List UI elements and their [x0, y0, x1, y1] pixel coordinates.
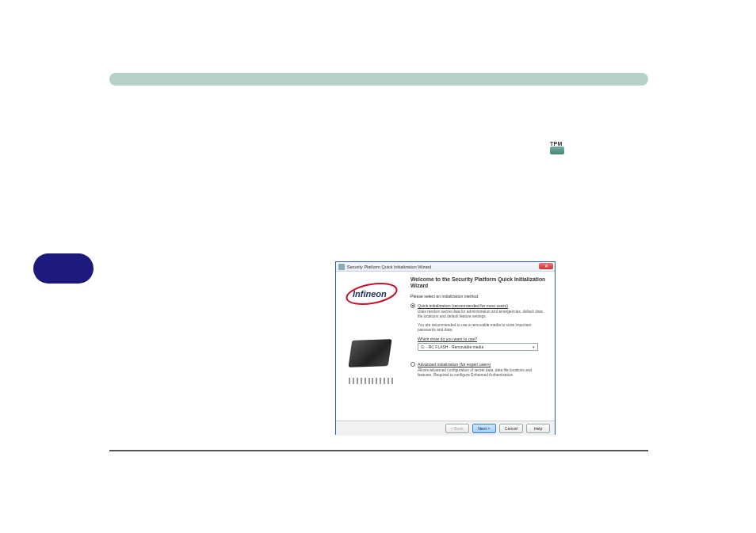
infineon-logo: Infineon [342, 280, 402, 308]
chip-image [347, 340, 396, 381]
wizard-subtext: Please select an initialization method: [410, 294, 547, 299]
chevron-down-icon: ▾ [533, 345, 535, 349]
titlebar[interactable]: Security Platform Quick Initialization W… [336, 262, 555, 272]
divider [109, 450, 648, 451]
tpm-tray-icon: TPM [550, 141, 564, 155]
tpm-label: TPM [550, 141, 564, 147]
help-button[interactable]: Help [526, 424, 550, 433]
cancel-button[interactable]: Cancel [499, 424, 523, 433]
wizard-dialog: Security Platform Quick Initialization W… [335, 261, 556, 435]
close-button[interactable]: ✕ [539, 263, 553, 269]
wizard-footer: < Back Next > Cancel Help [336, 421, 555, 436]
radio-quick-desc1: Uses random secret data for administrati… [418, 310, 547, 319]
chip-icon [550, 147, 564, 154]
wizard-heading: Welcome to the Security Platform Quick I… [410, 276, 547, 289]
drive-question: Which drive do you want to use? [418, 337, 547, 341]
drive-select[interactable]: G: - RC FLASH - Removable media ▾ [418, 343, 538, 351]
radio-icon[interactable] [410, 362, 415, 367]
radio-advanced-desc: Allows advanced configuration of secret … [418, 368, 547, 378]
wizard-left-panel: Infineon [336, 272, 407, 421]
radio-quick[interactable]: Quick initialization (recommended for mo… [410, 303, 547, 308]
radio-quick-desc2: You are recommended to use a removable m… [418, 323, 547, 333]
step-badge [33, 253, 94, 284]
svg-text:Infineon: Infineon [353, 289, 387, 299]
radio-advanced-label: Advanced initialization (for expert user… [418, 362, 491, 367]
radio-icon[interactable] [410, 303, 415, 308]
chip-body-icon [348, 339, 391, 367]
app-icon [338, 264, 345, 270]
next-button[interactable]: Next > [472, 424, 496, 433]
wizard-content: Welcome to the Security Platform Quick I… [407, 272, 555, 421]
drive-select-value: G: - RC FLASH - Removable media [421, 345, 483, 349]
wizard-body: Infineon Welcome to the Security Platfor… [336, 272, 555, 421]
chip-pins-icon [349, 378, 393, 384]
back-button: < Back [445, 424, 469, 433]
header-bar [109, 73, 648, 86]
radio-advanced[interactable]: Advanced initialization (for expert user… [410, 362, 547, 367]
radio-quick-label: Quick initialization (recommended for mo… [418, 303, 508, 308]
titlebar-text: Security Platform Quick Initialization W… [347, 265, 431, 269]
